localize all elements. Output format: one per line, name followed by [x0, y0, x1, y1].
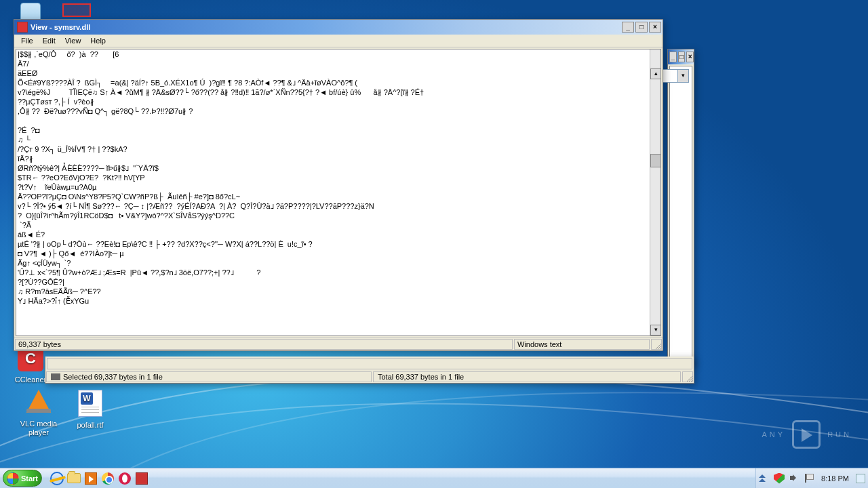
scroll-thumb[interactable]: [650, 154, 661, 167]
start-label: Start: [21, 474, 38, 483]
close-button[interactable]: ×: [649, 22, 661, 33]
menu-view[interactable]: View: [61, 36, 85, 47]
resize-grip[interactable]: [651, 339, 662, 350]
desktop-selection-box: [62, 3, 91, 17]
menu-help[interactable]: Help: [86, 36, 110, 47]
action-center-icon[interactable]: [804, 473, 814, 484]
watermark-text: RUN: [827, 430, 852, 439]
folder-icon: [67, 473, 81, 483]
app-icon: [136, 472, 148, 485]
desktop-icon-label: VLC media player: [15, 420, 62, 437]
ie-icon: [50, 472, 64, 485]
background-window-body: ▾: [669, 66, 692, 364]
titlebar[interactable]: View - symsrv.dll _ □ ×: [14, 20, 663, 35]
fm-statusbar: Selected 69,337 bytes in 1 file Total 69…: [45, 371, 694, 383]
minimize-button[interactable]: _: [622, 22, 634, 33]
text-viewport[interactable]: |$$∦ ,`eQ/Ô ő? )à ?? [6 Ä7/ äEEØ Õ<É#9Yß…: [16, 49, 661, 336]
play-icon: [792, 420, 821, 449]
taskbar: Start 8:18 PM: [0, 468, 868, 488]
desktop-icon-pofall[interactable]: pofall.rtf: [66, 390, 114, 430]
viewer-window: View - symsrv.dll _ □ × File Edit View H…: [14, 19, 663, 351]
start-button[interactable]: Start: [3, 470, 42, 487]
volume-icon[interactable]: [789, 473, 800, 484]
scroll-up-button[interactable]: ▴: [650, 68, 661, 79]
system-tray: 8:18 PM: [755, 468, 868, 488]
maximize-button[interactable]: □: [635, 22, 648, 33]
task-area[interactable]: [154, 468, 755, 488]
watermark-text: ANY: [762, 430, 786, 439]
resize-grip[interactable]: [682, 371, 693, 382]
app-icon: [17, 22, 28, 33]
drive-icon: [51, 373, 60, 380]
security-icon[interactable]: [774, 473, 785, 484]
windows-logo-icon: [7, 472, 19, 485]
fm-path-bar[interactable]: [47, 358, 692, 369]
fm-selected-text: Selected 69,337 bytes in 1 file: [63, 373, 163, 381]
watermark: ANY RUN: [762, 420, 852, 449]
maximize-button[interactable]: □: [678, 52, 686, 62]
status-type: Windows text: [514, 339, 650, 350]
ql-ie[interactable]: [49, 470, 65, 487]
menu-edit[interactable]: Edit: [39, 36, 60, 47]
close-button[interactable]: ×: [686, 52, 694, 62]
menu-file[interactable]: File: [17, 36, 37, 47]
ql-opera[interactable]: [117, 470, 133, 487]
fm-total-panel: Total 69,337 bytes in 1 file: [373, 371, 681, 382]
menubar: File Edit View Help: [14, 35, 663, 47]
statusbar: 69,337 bytes Windows text: [14, 338, 663, 350]
fm-total-text: Total 69,337 bytes in 1 file: [378, 373, 464, 381]
ql-explorer[interactable]: [66, 470, 82, 487]
clock[interactable]: 8:18 PM: [818, 474, 852, 483]
chrome-icon: [102, 472, 114, 485]
ql-app[interactable]: [134, 470, 150, 487]
vlc-icon: [26, 390, 51, 413]
show-desktop-button[interactable]: [856, 474, 865, 483]
ql-media-player[interactable]: [83, 470, 99, 487]
desktop-icon-label: pofall.rtf: [66, 421, 114, 430]
scroll-down-button[interactable]: ▾: [650, 325, 661, 336]
tray-expand-icon[interactable]: [759, 473, 770, 484]
vertical-scrollbar[interactable]: ▴ ▾: [650, 49, 660, 336]
fm-selected-panel: Selected 69,337 bytes in 1 file: [46, 371, 372, 382]
chevron-down-icon[interactable]: ▾: [677, 70, 688, 82]
media-player-icon: [85, 472, 97, 485]
desktop-icon-vlc[interactable]: VLC media player: [15, 390, 62, 437]
opera-icon: [119, 472, 131, 485]
quick-launch: [45, 468, 154, 488]
file-content[interactable]: |$$∦ ,`eQ/Ô ő? )à ?? [6 Ä7/ äEEØ Õ<É#9Yß…: [18, 49, 649, 336]
window-title: View - symsrv.dll: [31, 23, 620, 31]
background-window[interactable]: _ □ × ▾: [667, 49, 694, 366]
ql-chrome[interactable]: [100, 470, 116, 487]
file-manager-window: Selected 69,337 bytes in 1 file Total 69…: [45, 357, 694, 384]
minimize-button[interactable]: _: [669, 52, 677, 62]
word-doc-icon: [78, 390, 102, 417]
status-bytes: 69,337 bytes: [15, 339, 513, 350]
